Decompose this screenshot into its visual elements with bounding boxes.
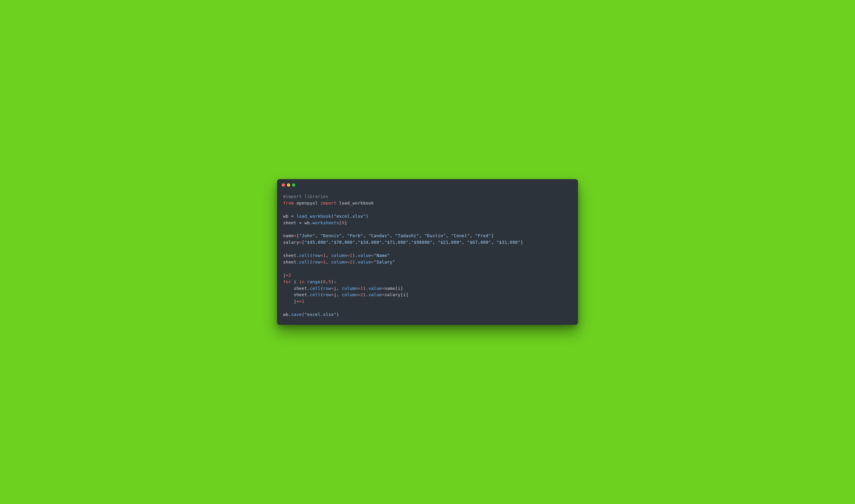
code-string: "Conel" — [451, 233, 469, 238]
code-operator: = — [294, 233, 296, 238]
code-kwarg: row — [323, 286, 331, 291]
code-operator: = — [371, 253, 374, 258]
code-string: "Tadashi" — [395, 233, 419, 238]
maximize-icon[interactable] — [292, 183, 295, 187]
code-identifier: i — [294, 279, 296, 284]
code-identifier: wb — [283, 214, 288, 219]
code-number: 0 — [323, 279, 326, 284]
code-string: "Ferb" — [347, 233, 363, 238]
code-keyword: for — [283, 279, 291, 284]
code-operator: = — [321, 253, 323, 258]
code-operator: = — [347, 253, 350, 258]
code-indent — [283, 286, 294, 291]
code-identifier: load_workbook — [339, 200, 374, 205]
code-text: = — [288, 214, 297, 219]
code-operator: = — [331, 292, 334, 297]
code-kwarg: column — [331, 259, 347, 265]
code-number: 0 — [342, 220, 344, 225]
code-kwarg: row — [313, 259, 321, 265]
code-attribute: worksheets — [313, 220, 339, 225]
code-bracket: ] — [520, 240, 523, 245]
code-string: "excel.xlsx" — [304, 312, 337, 317]
code-operator: = — [331, 286, 334, 291]
close-icon[interactable] — [282, 183, 285, 187]
code-identifier: name — [283, 233, 294, 238]
code-attribute: value — [358, 253, 371, 258]
code-number: 2 — [350, 259, 353, 265]
code-operator: = — [299, 240, 302, 245]
code-identifier: j — [283, 273, 286, 277]
code-string: "$98000" — [411, 240, 432, 245]
code-comment: #import libraries — [283, 194, 328, 199]
code-attribute: value — [369, 292, 382, 297]
code-identifier: salary — [385, 292, 400, 297]
code-string: "Name" — [374, 253, 390, 258]
code-kwarg: column — [342, 292, 358, 297]
code-window: #import libraries from openpyxl import l… — [277, 179, 578, 325]
code-identifier: sheet — [294, 292, 307, 297]
code-keyword: in — [299, 279, 304, 284]
code-identifier: sheet — [283, 220, 297, 225]
code-operator: = — [382, 292, 385, 297]
code-string: "$71,000" — [385, 240, 408, 245]
code-operator: += — [297, 299, 302, 304]
code-operator: = — [382, 286, 385, 291]
code-module: openpyxl — [297, 200, 318, 205]
code-string: "Dustin" — [425, 233, 446, 238]
code-string: "Fred" — [475, 233, 491, 238]
code-operator: = — [321, 259, 323, 265]
code-method: save — [291, 312, 302, 317]
code-number: 1 — [323, 259, 326, 265]
code-number: 1 — [350, 253, 353, 258]
code-operator: = — [286, 273, 288, 277]
code-string: "$34,000" — [358, 240, 382, 245]
code-identifier: j — [294, 299, 296, 304]
code-block: #import libraries from openpyxl import l… — [277, 188, 578, 325]
minimize-icon[interactable] — [287, 183, 290, 187]
code-dot: . — [310, 220, 312, 225]
code-kwarg: row — [323, 292, 331, 297]
code-operator: = — [371, 259, 374, 265]
code-paren: ( — [331, 214, 334, 219]
code-bracket: [ — [339, 220, 342, 225]
code-identifier: sheet — [283, 253, 297, 258]
code-operator: = — [347, 259, 350, 265]
code-string: "Candas" — [369, 233, 390, 238]
code-function: load_workbook — [297, 214, 331, 219]
code-text: = — [297, 220, 304, 225]
code-identifier: j — [334, 292, 336, 297]
code-keyword: import — [321, 200, 337, 205]
code-bracket: [ — [297, 233, 299, 238]
code-identifier: i — [403, 292, 406, 297]
code-paren: ) — [366, 214, 368, 219]
code-kwarg: column — [331, 253, 347, 258]
code-attribute: value — [369, 286, 382, 291]
code-string: "Dennis" — [321, 233, 342, 238]
code-number: 1 — [302, 299, 304, 304]
code-method: cell — [299, 259, 310, 265]
code-identifier: wb — [304, 220, 310, 225]
code-kwarg: row — [313, 253, 321, 258]
code-keyword: from — [283, 200, 294, 205]
code-string: "$78,000" — [331, 240, 355, 245]
code-method: cell — [310, 286, 320, 291]
code-string: "$21,000" — [438, 240, 462, 245]
code-identifier: sheet — [283, 259, 297, 265]
code-identifier: sheet — [294, 286, 307, 291]
code-operator: = — [358, 286, 360, 291]
code-identifier: name — [385, 286, 395, 291]
window-titlebar — [277, 179, 578, 188]
code-paren: ): — [331, 279, 337, 284]
code-kwarg: column — [342, 286, 358, 291]
code-string: "John" — [299, 233, 315, 238]
code-string: "$45,000" — [304, 240, 328, 245]
code-bracket: ] — [344, 220, 347, 225]
code-identifier: salary — [283, 240, 299, 245]
code-paren: ( — [321, 279, 323, 284]
code-number: 1 — [360, 286, 363, 291]
code-number: 2 — [360, 292, 363, 297]
code-method: cell — [299, 253, 310, 258]
code-method: cell — [310, 292, 320, 297]
code-operator: = — [358, 292, 360, 297]
code-comma: , — [326, 279, 328, 284]
